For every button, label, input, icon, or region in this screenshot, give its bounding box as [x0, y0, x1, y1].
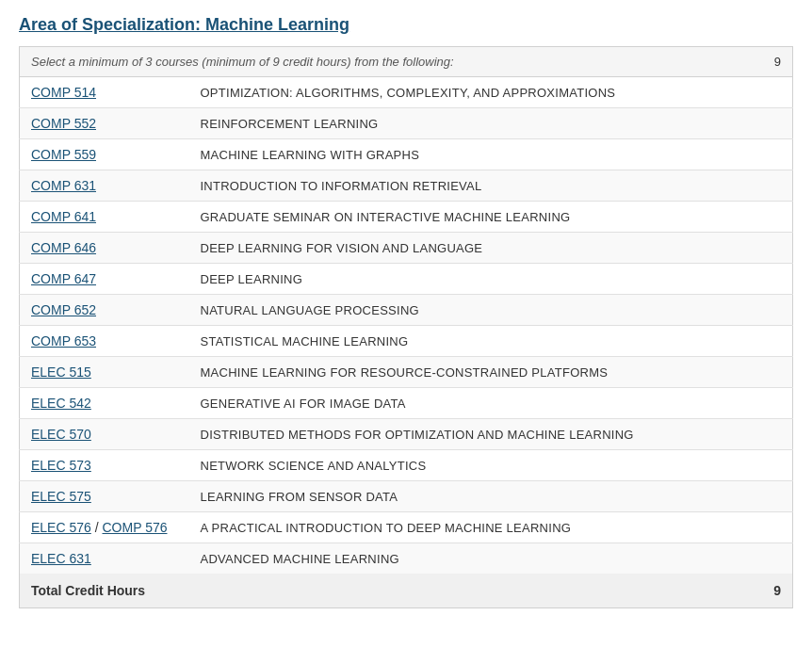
course-name: DEEP LEARNING FOR VISION AND LANGUAGE [189, 233, 755, 264]
table-header-row: Select a minimum of 3 courses (minimum o… [20, 47, 793, 77]
course-link[interactable]: ELEC 576 [31, 520, 91, 535]
course-link[interactable]: COMP 652 [31, 302, 96, 317]
course-link[interactable]: ELEC 542 [31, 396, 91, 411]
course-link[interactable]: COMP 641 [31, 209, 96, 224]
course-credit-cell [755, 264, 793, 295]
course-credit-cell [755, 419, 793, 450]
course-credit-cell [755, 450, 793, 481]
course-link[interactable]: COMP 647 [31, 271, 96, 286]
course-credit-cell [755, 108, 793, 139]
course-name: MACHINE LEARNING WITH GRAPHS [189, 139, 755, 170]
course-name: STATISTICAL MACHINE LEARNING [189, 326, 755, 357]
course-name: OPTIMIZATION: ALGORITHMS, COMPLEXITY, AN… [189, 77, 755, 108]
course-name: GENERATIVE AI FOR IMAGE DATA [189, 388, 755, 419]
table-row: COMP 646DEEP LEARNING FOR VISION AND LAN… [20, 233, 793, 264]
page-container: Area of Specialization: Machine Learning… [0, 0, 812, 664]
course-link[interactable]: COMP 631 [31, 178, 96, 193]
course-credit-cell [755, 388, 793, 419]
course-credit-cell [755, 326, 793, 357]
courses-table: Select a minimum of 3 courses (minimum o… [19, 46, 793, 608]
course-link[interactable]: COMP 653 [31, 333, 96, 348]
table-row: ELEC 570DISTRIBUTED METHODS FOR OPTIMIZA… [20, 419, 793, 450]
table-row: COMP 652NATURAL LANGUAGE PROCESSING [20, 295, 793, 326]
footer-credit: 9 [755, 574, 793, 608]
table-row: COMP 647DEEP LEARNING [20, 264, 793, 295]
table-row: ELEC 576 / COMP 576A PRACTICAL INTRODUCT… [20, 512, 793, 543]
course-name: DEEP LEARNING [189, 264, 755, 295]
course-link[interactable]: ELEC 515 [31, 364, 91, 380]
course-name: A PRACTICAL INTRODUCTION TO DEEP MACHINE… [189, 512, 755, 543]
course-name: DISTRIBUTED METHODS FOR OPTIMIZATION AND… [189, 419, 755, 450]
course-link[interactable]: COMP 514 [31, 85, 96, 100]
course-credit-cell [755, 139, 793, 170]
course-name: ADVANCED MACHINE LEARNING [189, 543, 755, 575]
credit-header: 9 [755, 47, 793, 77]
course-name: MACHINE LEARNING FOR RESOURCE-CONSTRAINE… [189, 357, 755, 388]
course-link[interactable]: COMP 576 [103, 520, 168, 535]
course-credit-cell [755, 170, 793, 202]
course-credit-cell [755, 481, 793, 512]
course-credit-cell [755, 202, 793, 233]
course-credit-cell [755, 543, 793, 575]
course-link[interactable]: COMP 552 [31, 116, 96, 131]
footer-label: Total Credit Hours [20, 574, 755, 608]
course-credit-cell [755, 233, 793, 264]
course-name: NETWORK SCIENCE AND ANALYTICS [189, 450, 755, 481]
course-name: LEARNING FROM SENSOR DATA [189, 481, 755, 512]
course-credit-cell [755, 77, 793, 108]
table-row: COMP 641GRADUATE SEMINAR ON INTERACTIVE … [20, 202, 793, 233]
course-link[interactable]: COMP 559 [31, 147, 96, 162]
course-link[interactable]: COMP 646 [31, 240, 96, 255]
table-row: COMP 552REINFORCEMENT LEARNING [20, 108, 793, 139]
course-credit-cell [755, 357, 793, 388]
course-name: INTRODUCTION TO INFORMATION RETRIEVAL [189, 170, 755, 202]
table-row: ELEC 575LEARNING FROM SENSOR DATA [20, 481, 793, 512]
table-row: COMP 514OPTIMIZATION: ALGORITHMS, COMPLE… [20, 77, 793, 108]
course-credit-cell [755, 512, 793, 543]
table-row: COMP 653STATISTICAL MACHINE LEARNING [20, 326, 793, 357]
course-name: NATURAL LANGUAGE PROCESSING [189, 295, 755, 326]
course-name: REINFORCEMENT LEARNING [189, 108, 755, 139]
table-row: ELEC 515MACHINE LEARNING FOR RESOURCE-CO… [20, 357, 793, 388]
course-link[interactable]: ELEC 631 [31, 551, 91, 566]
table-row: ELEC 573NETWORK SCIENCE AND ANALYTICS [20, 450, 793, 481]
table-row: COMP 631INTRODUCTION TO INFORMATION RETR… [20, 170, 793, 202]
table-row: ELEC 542GENERATIVE AI FOR IMAGE DATA [20, 388, 793, 419]
course-name: GRADUATE SEMINAR ON INTERACTIVE MACHINE … [189, 202, 755, 233]
section-title: Area of Specialization: Machine Learning [19, 15, 793, 35]
course-link[interactable]: ELEC 573 [31, 458, 91, 473]
course-credit-cell [755, 295, 793, 326]
course-link[interactable]: ELEC 575 [31, 489, 91, 504]
footer-row: Total Credit Hours 9 [20, 574, 793, 608]
subtitle-header: Select a minimum of 3 courses (minimum o… [20, 47, 755, 77]
table-row: ELEC 631ADVANCED MACHINE LEARNING [20, 543, 793, 575]
course-link[interactable]: ELEC 570 [31, 427, 91, 442]
table-row: COMP 559MACHINE LEARNING WITH GRAPHS [20, 139, 793, 170]
